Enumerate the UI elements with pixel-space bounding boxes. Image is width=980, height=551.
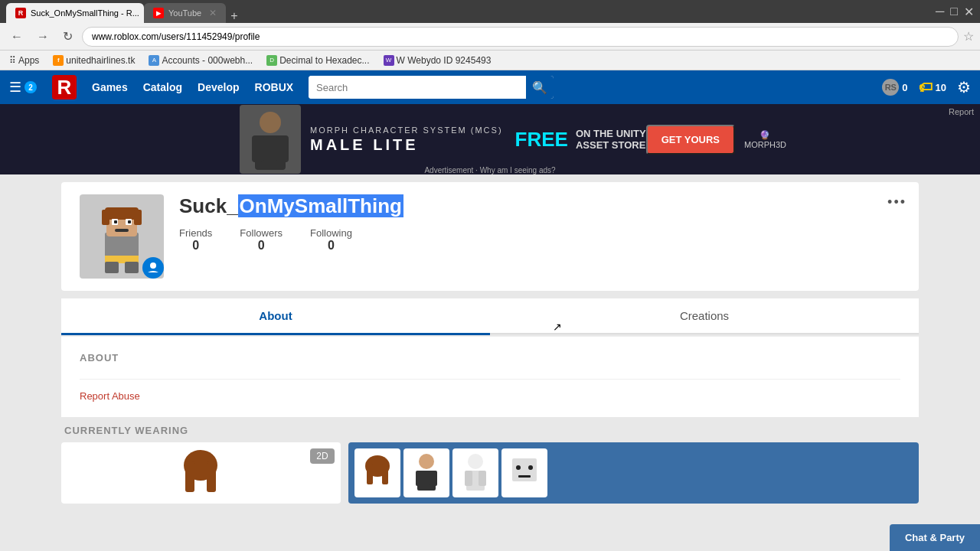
report-abuse-link[interactable]: Report Abuse: [80, 379, 900, 402]
tab-favicon-roblox: R: [15, 8, 26, 18]
tab-title-roblox: Suck_OnMySmallThing - R...: [31, 8, 139, 18]
svg-rect-2: [252, 135, 264, 162]
wearing-item-1-image: [361, 452, 394, 494]
nav-badge: 2: [24, 81, 37, 93]
bookmark-apps[interactable]: ⠿ Apps: [6, 54, 42, 67]
friends-value: 0: [192, 239, 199, 253]
wearing-item-4-image: [508, 452, 541, 494]
new-tab-button[interactable]: +: [226, 9, 242, 23]
browser-nav-bar: ← → ↻ ☆: [0, 23, 980, 51]
roblox-logo: R: [52, 75, 77, 99]
tab-bar: R Suck_OnMySmallThing - R... ✕ ▶ YouTube…: [0, 0, 980, 23]
ad-why-link[interactable]: Advertisement · Why am I seeing ads?: [424, 166, 555, 174]
avatar-online-badge: [142, 257, 164, 279]
person-icon: [147, 262, 159, 274]
close-button[interactable]: ✕: [964, 5, 974, 19]
nav-link-catalog[interactable]: Catalog: [143, 81, 182, 93]
svg-rect-6: [105, 207, 139, 220]
svg-rect-7: [102, 210, 109, 225]
svg-rect-24: [382, 463, 388, 484]
ad-free-text: FREE: [515, 128, 568, 152]
minimize-button[interactable]: ─: [936, 5, 944, 19]
tab-creations[interactable]: Creations: [490, 298, 919, 335]
browser-window: R Suck_OnMySmallThing - R... ✕ ▶ YouTube…: [0, 0, 980, 519]
url-bar[interactable]: [82, 27, 959, 47]
wearing-items-grid: [348, 442, 919, 504]
following-label: Following: [310, 227, 352, 239]
settings-icon[interactable]: ⚙: [957, 78, 971, 96]
svg-point-29: [468, 454, 483, 469]
bookmark-decimal[interactable]: D Decimal to Hexadec...: [263, 54, 372, 67]
wearing-item-4[interactable]: [501, 448, 547, 497]
nav-link-develop[interactable]: Develop: [198, 81, 239, 93]
wearing-item-2-image: [410, 452, 443, 494]
svg-point-35: [528, 465, 533, 470]
tabs-container: R Suck_OnMySmallThing - R... ✕ ▶ YouTube…: [6, 0, 243, 23]
svg-rect-32: [479, 471, 486, 486]
roblox-nav-links: Games Catalog Develop ROBUX: [92, 81, 293, 93]
followers-label: Followers: [240, 227, 283, 239]
window-controls: ─ □ ✕: [936, 5, 974, 19]
wearing-item-2[interactable]: [403, 448, 449, 497]
avatar-container: [80, 194, 164, 279]
tab-close-youtube[interactable]: ✕: [209, 8, 217, 18]
refresh-button[interactable]: ↻: [58, 28, 77, 45]
search-box: 🔍: [309, 76, 554, 99]
bookmark-favicon-3: D: [266, 55, 277, 66]
bookmark-favicon-2: A: [149, 55, 159, 66]
hamburger-menu-button[interactable]: ☰ 2: [9, 79, 37, 96]
followers-stat: Followers 0: [240, 227, 283, 253]
currently-wearing-section: CURRENTLY WEARING 2D: [61, 425, 919, 504]
nav-link-robux[interactable]: ROBUX: [255, 81, 294, 93]
browser-tab-youtube[interactable]: ▶ YouTube ✕: [144, 3, 226, 23]
nav-link-games[interactable]: Games: [92, 81, 128, 93]
back-button[interactable]: ←: [6, 28, 28, 45]
profile-card: Suck_OnMySmallThing Friends 0 Followers …: [61, 182, 919, 291]
search-input[interactable]: [309, 76, 526, 99]
tickets-display[interactable]: 🏷 10: [919, 80, 946, 96]
bookmark-label-3: Decimal to Hexadec...: [279, 55, 369, 66]
ad-text-block: MORPH CHARACTER SYSTEM (MCS) MALE LITE: [310, 126, 503, 154]
ad-main-title: MALE LITE: [310, 136, 503, 154]
tab-about[interactable]: About: [61, 298, 490, 335]
bookmark-accounts[interactable]: A Accounts - 000webh...: [145, 54, 256, 67]
browser-tab-roblox[interactable]: R Suck_OnMySmallThing - R... ✕: [6, 3, 144, 23]
ad-report-link[interactable]: Report: [942, 104, 980, 119]
ad-person-image: [247, 109, 293, 170]
svg-rect-23: [367, 463, 373, 484]
profile-tabs: About Creations: [61, 298, 919, 334]
page-content: Suck_OnMySmallThing Friends 0 Followers …: [0, 174, 980, 519]
wearing-item-3[interactable]: [452, 448, 498, 497]
robux-icon: RS: [882, 79, 899, 96]
wearing-content: 2D: [61, 442, 919, 504]
toggle-2d-button[interactable]: 2D: [310, 448, 334, 464]
bookmark-webydo[interactable]: W W Webydo ID 9245493: [381, 54, 495, 67]
maximize-button[interactable]: □: [950, 5, 958, 19]
forward-button[interactable]: →: [32, 28, 54, 45]
ad-free-block: FREE ON THE UNITY ASSET STORE: [515, 128, 646, 152]
robux-display[interactable]: RS 0: [882, 79, 907, 96]
following-value: 0: [328, 239, 335, 253]
wearing-item-1[interactable]: [354, 448, 400, 497]
svg-point-34: [516, 465, 521, 470]
tickets-count: 10: [936, 82, 946, 93]
wearing-3d-view: 2D: [61, 442, 341, 504]
profile-username: Suck_OnMySmallThing: [179, 194, 900, 218]
svg-rect-11: [114, 220, 117, 223]
advertisement-banner: MORPH CHARACTER SYSTEM (MCS) MALE LITE F…: [0, 104, 980, 174]
friends-label: Friends: [179, 227, 212, 239]
robux-count: 0: [902, 82, 907, 93]
bookmark-label-1: unitedhairlines.tk: [66, 55, 135, 66]
svg-rect-31: [465, 471, 472, 486]
ad-get-yours-button[interactable]: GET YOURS: [646, 125, 735, 155]
search-button[interactable]: 🔍: [526, 76, 554, 99]
chat-party-button[interactable]: Chat & Party: [890, 524, 980, 551]
svg-rect-8: [134, 210, 142, 225]
bookmark-star-icon[interactable]: ☆: [963, 29, 974, 44]
svg-rect-15: [105, 262, 119, 273]
bookmark-label-2: Accounts - 000webh...: [162, 55, 253, 66]
svg-point-25: [419, 454, 434, 469]
bookmark-unitedhairlines[interactable]: f unitedhairlines.tk: [50, 54, 138, 67]
svg-rect-13: [115, 229, 129, 232]
more-options-button[interactable]: •••: [887, 194, 906, 210]
